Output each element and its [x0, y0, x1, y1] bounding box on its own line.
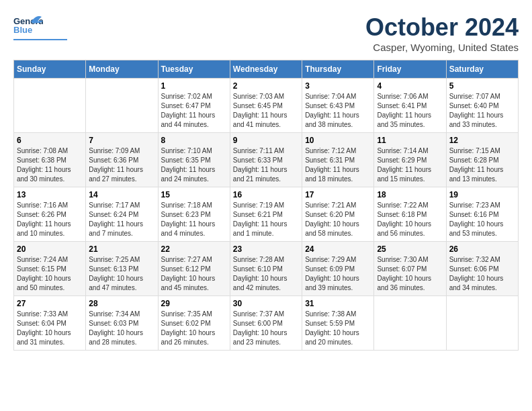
col-friday: Friday [374, 60, 446, 79]
page-header: General Blue October 2024 Casper, Wyomin… [13, 13, 519, 53]
calendar-table: Sunday Monday Tuesday Wednesday Thursday… [13, 60, 519, 351]
table-row: 29Sunrise: 7:35 AMSunset: 6:02 PMDayligh… [158, 296, 230, 351]
day-number: 7 [89, 136, 154, 145]
day-number: 6 [17, 136, 83, 145]
day-number: 21 [89, 244, 154, 254]
col-monday: Monday [86, 60, 158, 79]
day-info: Sunrise: 7:17 AMSunset: 6:24 PMDaylight:… [89, 201, 154, 238]
calendar-week-2: 6Sunrise: 7:08 AMSunset: 6:38 PMDaylight… [14, 133, 519, 187]
day-number: 30 [233, 299, 299, 308]
table-row: 3Sunrise: 7:04 AMSunset: 6:43 PMDaylight… [302, 79, 374, 133]
day-number: 25 [377, 244, 443, 254]
table-row: 24Sunrise: 7:29 AMSunset: 6:09 PMDayligh… [302, 242, 374, 296]
day-info: Sunrise: 7:19 AMSunset: 6:21 PMDaylight:… [233, 201, 299, 238]
month-title: October 2024 [365, 13, 519, 42]
table-row: 8Sunrise: 7:10 AMSunset: 6:35 PMDaylight… [158, 133, 230, 187]
table-row [86, 79, 158, 133]
day-number: 20 [17, 244, 83, 254]
day-number: 17 [305, 190, 371, 199]
day-info: Sunrise: 7:34 AMSunset: 6:03 PMDaylight:… [89, 310, 154, 347]
table-row: 14Sunrise: 7:17 AMSunset: 6:24 PMDayligh… [86, 187, 158, 242]
day-number: 5 [449, 81, 515, 91]
day-number: 9 [233, 136, 299, 145]
day-number: 8 [161, 136, 227, 145]
day-number: 3 [305, 81, 371, 91]
day-info: Sunrise: 7:23 AMSunset: 6:16 PMDaylight:… [449, 201, 515, 238]
day-number: 26 [449, 244, 515, 254]
table-row: 31Sunrise: 7:38 AMSunset: 5:59 PMDayligh… [302, 296, 374, 351]
table-row: 30Sunrise: 7:37 AMSunset: 6:00 PMDayligh… [230, 296, 302, 351]
day-info: Sunrise: 7:24 AMSunset: 6:15 PMDaylight:… [17, 255, 83, 293]
day-number: 16 [233, 190, 299, 199]
day-info: Sunrise: 7:29 AMSunset: 6:09 PMDaylight:… [305, 255, 371, 293]
table-row: 22Sunrise: 7:27 AMSunset: 6:12 PMDayligh… [158, 242, 230, 296]
calendar-week-1: 1Sunrise: 7:02 AMSunset: 6:47 PMDaylight… [14, 79, 519, 133]
day-number: 27 [17, 299, 83, 308]
day-number: 14 [89, 190, 154, 199]
day-number: 4 [377, 81, 443, 91]
table-row: 21Sunrise: 7:25 AMSunset: 6:13 PMDayligh… [86, 242, 158, 296]
day-info: Sunrise: 7:02 AMSunset: 6:47 PMDaylight:… [161, 92, 227, 130]
day-number: 24 [305, 244, 371, 254]
day-info: Sunrise: 7:10 AMSunset: 6:35 PMDaylight:… [161, 146, 227, 184]
day-number: 28 [89, 299, 154, 308]
day-info: Sunrise: 7:27 AMSunset: 6:12 PMDaylight:… [161, 255, 227, 293]
table-row: 25Sunrise: 7:30 AMSunset: 6:07 PMDayligh… [374, 242, 446, 296]
day-info: Sunrise: 7:15 AMSunset: 6:28 PMDaylight:… [449, 146, 515, 184]
day-number: 1 [161, 81, 227, 91]
day-info: Sunrise: 7:08 AMSunset: 6:38 PMDaylight:… [17, 146, 83, 184]
col-thursday: Thursday [302, 60, 374, 79]
table-row [446, 296, 518, 351]
day-info: Sunrise: 7:21 AMSunset: 6:20 PMDaylight:… [305, 201, 371, 238]
day-number: 18 [377, 190, 443, 199]
calendar-week-5: 27Sunrise: 7:33 AMSunset: 6:04 PMDayligh… [14, 296, 519, 351]
table-row: 16Sunrise: 7:19 AMSunset: 6:21 PMDayligh… [230, 187, 302, 242]
svg-text:Blue: Blue [13, 25, 32, 35]
day-info: Sunrise: 7:12 AMSunset: 6:31 PMDaylight:… [305, 146, 371, 184]
day-info: Sunrise: 7:14 AMSunset: 6:29 PMDaylight:… [377, 146, 443, 184]
day-info: Sunrise: 7:38 AMSunset: 5:59 PMDaylight:… [305, 310, 371, 347]
table-row: 17Sunrise: 7:21 AMSunset: 6:20 PMDayligh… [302, 187, 374, 242]
table-row: 28Sunrise: 7:34 AMSunset: 6:03 PMDayligh… [86, 296, 158, 351]
col-wednesday: Wednesday [230, 60, 302, 79]
day-info: Sunrise: 7:18 AMSunset: 6:23 PMDaylight:… [161, 201, 227, 238]
title-section: October 2024 Casper, Wyoming, United Sta… [365, 13, 519, 53]
day-info: Sunrise: 7:37 AMSunset: 6:00 PMDaylight:… [233, 310, 299, 347]
table-row: 4Sunrise: 7:06 AMSunset: 6:41 PMDaylight… [374, 79, 446, 133]
day-info: Sunrise: 7:04 AMSunset: 6:43 PMDaylight:… [305, 92, 371, 130]
table-row: 19Sunrise: 7:23 AMSunset: 6:16 PMDayligh… [446, 187, 518, 242]
table-row: 9Sunrise: 7:11 AMSunset: 6:33 PMDaylight… [230, 133, 302, 187]
table-row: 7Sunrise: 7:09 AMSunset: 6:36 PMDaylight… [86, 133, 158, 187]
table-row: 10Sunrise: 7:12 AMSunset: 6:31 PMDayligh… [302, 133, 374, 187]
day-info: Sunrise: 7:09 AMSunset: 6:36 PMDaylight:… [89, 146, 154, 184]
calendar-week-4: 20Sunrise: 7:24 AMSunset: 6:15 PMDayligh… [14, 242, 519, 296]
day-info: Sunrise: 7:25 AMSunset: 6:13 PMDaylight:… [89, 255, 154, 293]
day-info: Sunrise: 7:16 AMSunset: 6:26 PMDaylight:… [17, 201, 83, 238]
day-number: 23 [233, 244, 299, 254]
table-row: 23Sunrise: 7:28 AMSunset: 6:10 PMDayligh… [230, 242, 302, 296]
table-row [374, 296, 446, 351]
table-row [14, 79, 86, 133]
col-tuesday: Tuesday [158, 60, 230, 79]
day-info: Sunrise: 7:35 AMSunset: 6:02 PMDaylight:… [161, 310, 227, 347]
day-number: 19 [449, 190, 515, 199]
table-row: 18Sunrise: 7:22 AMSunset: 6:18 PMDayligh… [374, 187, 446, 242]
table-row: 12Sunrise: 7:15 AMSunset: 6:28 PMDayligh… [446, 133, 518, 187]
calendar-header-row: Sunday Monday Tuesday Wednesday Thursday… [14, 60, 519, 79]
day-info: Sunrise: 7:06 AMSunset: 6:41 PMDaylight:… [377, 92, 443, 130]
location: Casper, Wyoming, United States [365, 42, 519, 53]
day-info: Sunrise: 7:07 AMSunset: 6:40 PMDaylight:… [449, 92, 515, 130]
day-number: 11 [377, 136, 443, 145]
page-container: General Blue October 2024 Casper, Wyomin… [13, 13, 519, 351]
day-info: Sunrise: 7:30 AMSunset: 6:07 PMDaylight:… [377, 255, 443, 293]
day-info: Sunrise: 7:33 AMSunset: 6:04 PMDaylight:… [17, 310, 83, 347]
table-row: 20Sunrise: 7:24 AMSunset: 6:15 PMDayligh… [14, 242, 86, 296]
logo: General Blue [13, 13, 67, 40]
day-info: Sunrise: 7:22 AMSunset: 6:18 PMDaylight:… [377, 201, 443, 238]
day-number: 2 [233, 81, 299, 91]
table-row: 13Sunrise: 7:16 AMSunset: 6:26 PMDayligh… [14, 187, 86, 242]
day-number: 15 [161, 190, 227, 199]
day-number: 29 [161, 299, 227, 308]
day-info: Sunrise: 7:03 AMSunset: 6:45 PMDaylight:… [233, 92, 299, 130]
day-info: Sunrise: 7:11 AMSunset: 6:33 PMDaylight:… [233, 146, 299, 184]
